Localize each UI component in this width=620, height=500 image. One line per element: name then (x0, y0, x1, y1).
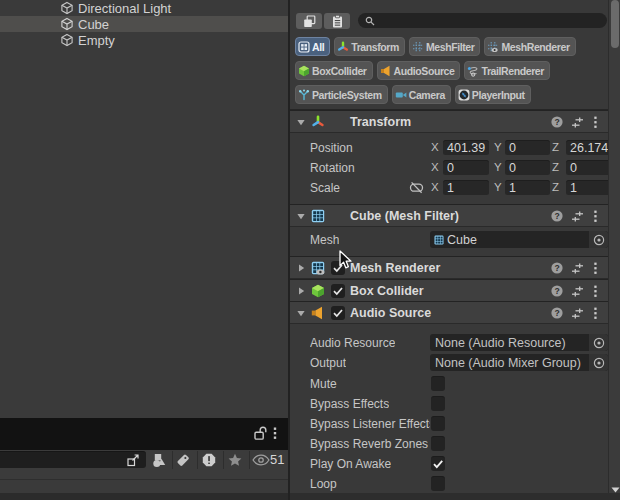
kebab-menu-icon[interactable] (593, 285, 598, 298)
hierarchy-item-cube[interactable]: Cube (0, 16, 288, 32)
kebab-menu-icon[interactable] (593, 116, 598, 129)
foldout-expanded-icon[interactable] (296, 308, 306, 318)
transform-header[interactable]: Transform ? (290, 110, 608, 133)
foldout-collapsed-icon[interactable] (296, 263, 306, 273)
filter-chip-boxcollider[interactable]: BoxCollider (295, 61, 373, 80)
component-enabled-checkbox[interactable] (331, 306, 345, 320)
filter-chip-meshfilter[interactable]: MeshFilter (409, 37, 481, 56)
filter-chip-transform[interactable]: Transform (334, 37, 405, 56)
filter-chip-audiosource[interactable]: AudioSource (377, 61, 461, 80)
bypass-listener-effects-checkbox[interactable] (431, 416, 445, 431)
tag-icon[interactable] (176, 453, 190, 467)
copy-component-button[interactable] (296, 13, 322, 29)
object-picker-button[interactable] (589, 354, 608, 371)
filter-chip-label: AudioSource (394, 65, 455, 77)
foldout-expanded-icon[interactable] (296, 211, 306, 221)
presets-icon[interactable] (571, 285, 584, 298)
filter-chip-meshrenderer[interactable]: MeshRenderer (484, 37, 575, 56)
audio-resource-field[interactable]: None (Audio Resource) (430, 334, 608, 351)
filter-chip-all[interactable]: All (295, 37, 330, 56)
toolbar-separator (172, 451, 173, 469)
position-x-field[interactable]: 401.39 (443, 140, 489, 155)
hierarchy-item-empty[interactable]: Empty (0, 32, 288, 48)
help-icon[interactable]: ? (551, 210, 563, 222)
mesh-renderer-header[interactable]: Mesh Renderer ? (290, 256, 608, 279)
filter-chip-playerinput[interactable]: PlayerInput (455, 85, 531, 104)
toolbar-separator (197, 451, 198, 469)
help-icon[interactable]: ? (551, 307, 563, 319)
help-icon[interactable]: ? (551, 285, 563, 297)
axis-z-label: Z (552, 141, 559, 153)
scale-y-field[interactable]: 1 (505, 180, 550, 195)
shapes-icon[interactable] (151, 453, 166, 468)
unlock-icon[interactable] (254, 426, 267, 441)
kebab-menu-icon[interactable] (272, 427, 278, 440)
presets-icon[interactable] (571, 210, 584, 223)
component-title: Audio Source (350, 306, 431, 320)
filter-chip-row-2: BoxCollider AudioSource TrailRenderer (295, 61, 550, 80)
foldout-expanded-icon[interactable] (296, 117, 306, 127)
filter-chip-trailrenderer[interactable]: TrailRenderer (464, 61, 550, 80)
checkmark-icon (331, 284, 345, 298)
presets-icon[interactable] (571, 116, 584, 129)
component-title: Transform (350, 115, 411, 129)
position-y-field[interactable]: 0 (505, 140, 550, 155)
output-field[interactable]: None (Audio Mixer Group) (430, 354, 608, 371)
scrollbar-thumb[interactable] (611, 0, 619, 48)
kebab-menu-icon[interactable] (593, 262, 598, 275)
filter-chip-label: All (312, 41, 324, 53)
box-collider-icon (298, 65, 310, 77)
transform-component-icon (311, 115, 325, 129)
play-on-awake-checkbox[interactable] (431, 456, 445, 471)
position-label: Position (310, 141, 353, 155)
presets-icon[interactable] (571, 307, 584, 320)
play-on-awake-label: Play On Awake (310, 457, 391, 471)
asset-path-field[interactable] (0, 451, 146, 468)
mesh-filter-header[interactable]: Cube (Mesh Filter) ? (290, 204, 608, 227)
foldout-collapsed-icon[interactable] (296, 286, 306, 296)
rotation-x-field[interactable]: 0 (443, 160, 489, 175)
object-picker-button[interactable] (589, 334, 608, 351)
scale-x-field[interactable]: 1 (443, 180, 489, 195)
kebab-menu-icon[interactable] (593, 210, 598, 223)
help-icon[interactable]: ? (551, 262, 563, 274)
filter-chip-label: PlayerInput (472, 89, 525, 101)
hierarchy-item-directional-light[interactable]: Directional Light (0, 0, 288, 16)
filter-chip-particlesystem[interactable]: ParticleSystem (295, 85, 388, 104)
player-input-icon (458, 89, 470, 101)
loop-checkbox[interactable] (431, 476, 445, 491)
audio-source-header[interactable]: Audio Source ? (290, 301, 608, 324)
object-picker-button[interactable] (589, 231, 608, 248)
kebab-menu-icon[interactable] (593, 307, 598, 320)
open-external-icon[interactable] (126, 453, 140, 467)
box-collider-header[interactable]: Box Collider ? (290, 279, 608, 302)
component-title: Cube (Mesh Filter) (350, 209, 459, 223)
bypass-listener-effects-label: Bypass Listener Effects (310, 417, 430, 431)
alert-icon[interactable] (202, 453, 216, 467)
rotation-y-field[interactable]: 0 (505, 160, 550, 175)
search-input[interactable] (358, 13, 607, 28)
loop-label: Loop (310, 477, 337, 491)
unlinked-scale-icon[interactable] (409, 181, 424, 194)
mute-label: Mute (310, 377, 337, 391)
rotation-z-field[interactable]: 0 (566, 160, 610, 175)
audio-source-icon (380, 65, 392, 77)
component-title: Box Collider (350, 284, 424, 298)
eye-icon[interactable] (252, 454, 270, 466)
bypass-effects-checkbox[interactable] (431, 396, 445, 411)
filter-chip-label: TrailRenderer (481, 65, 544, 77)
presets-icon[interactable] (571, 262, 584, 275)
filter-chip-camera[interactable]: Camera (392, 85, 451, 104)
mute-checkbox[interactable] (431, 376, 445, 391)
component-enabled-checkbox[interactable] (331, 284, 345, 298)
paste-component-button[interactable] (324, 13, 350, 29)
svg-text:?: ? (554, 117, 559, 127)
help-icon[interactable]: ? (551, 116, 563, 128)
position-z-field[interactable]: 26.174 (566, 140, 610, 155)
filter-chip-row-1: All Transform MeshFilter (295, 37, 576, 56)
mesh-object-field[interactable]: Cube (430, 231, 608, 248)
scale-z-field[interactable]: 1 (566, 180, 610, 195)
star-icon[interactable] (228, 453, 242, 467)
scrollbar-track[interactable] (609, 0, 620, 500)
bypass-reverb-zones-checkbox[interactable] (431, 436, 445, 451)
